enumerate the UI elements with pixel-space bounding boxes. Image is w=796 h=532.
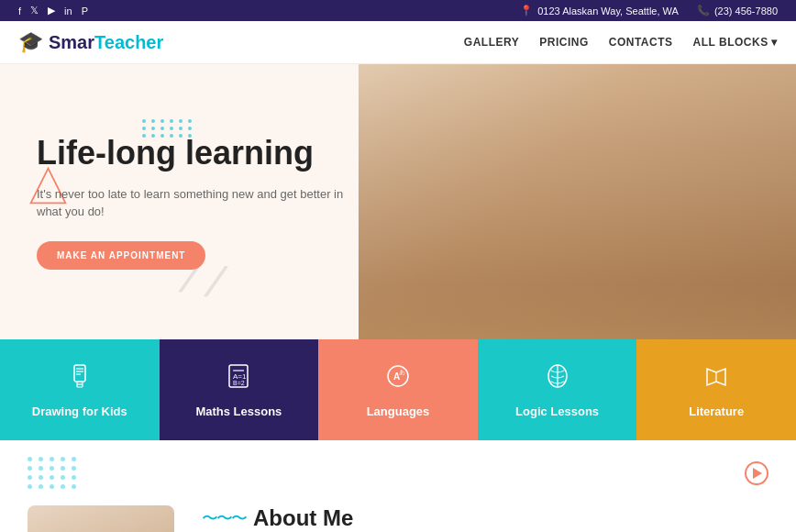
about-photo: [28, 505, 174, 532]
drawing-label: Drawing for Kids: [32, 405, 127, 418]
top-bar: f 𝕏 ▶ in P 📍 0123 Alaskan Way, Seattle, …: [0, 0, 796, 21]
appointment-button[interactable]: MAKE AN APPOINTMENT: [37, 241, 205, 270]
hero-subtitle: It's never too late to learn something n…: [37, 185, 348, 221]
teacher-portrait: [28, 505, 174, 532]
linkedin-icon[interactable]: in: [64, 6, 72, 17]
category-literature[interactable]: Literature: [636, 339, 796, 440]
svg-rect-1: [74, 365, 85, 382]
drawing-icon: [65, 361, 94, 397]
navbar: 🎓 SmarTeacher GALLERY PRICING CONTACTS A…: [0, 21, 796, 64]
phone-item: 📞 (23) 456-7880: [697, 5, 778, 17]
pinterest-icon[interactable]: P: [82, 6, 88, 17]
contact-info: 📍 0123 Alaskan Way, Seattle, WA 📞 (23) 4…: [520, 5, 778, 17]
social-links: f 𝕏 ▶ in P: [18, 5, 88, 17]
address-item: 📍 0123 Alaskan Way, Seattle, WA: [520, 5, 679, 17]
logic-icon: [543, 361, 572, 397]
category-maths[interactable]: A=1 B=2 Maths Lessons: [160, 339, 319, 440]
languages-label: Languages: [367, 405, 430, 418]
hero-section: / / Life-long learning It's never too la…: [0, 64, 796, 339]
about-section: 〜〜〜 About Me Teaching is my biggest pass…: [0, 505, 796, 532]
wave-decoration: 〜〜〜: [202, 507, 246, 529]
logo-text-teacher: Teacher: [94, 32, 163, 52]
nav-contacts[interactable]: CONTACTS: [609, 36, 673, 49]
twitter-icon[interactable]: 𝕏: [30, 5, 39, 17]
nav-pricing[interactable]: PRICING: [539, 36, 589, 49]
literature-label: Literature: [689, 405, 744, 418]
hero-image: [359, 64, 796, 339]
svg-text:B=2: B=2: [233, 380, 245, 386]
location-icon: 📍: [520, 5, 533, 17]
nav-menu: GALLERY PRICING CONTACTS ALL BLOCKS ▾: [464, 36, 778, 49]
categories-strip: Drawing for Kids A=1 B=2 Maths Lessons A…: [0, 339, 796, 440]
hero-content: Life-long learning It's never too late t…: [0, 97, 385, 305]
teacher-photo: [359, 64, 796, 339]
logo-text-smart: Smar: [49, 32, 94, 52]
literature-icon: [702, 361, 731, 397]
about-text: 〜〜〜 About Me Teaching is my biggest pass…: [202, 505, 768, 532]
nav-all-blocks[interactable]: ALL BLOCKS ▾: [693, 36, 778, 49]
category-logic[interactable]: Logic Lessons: [478, 339, 637, 440]
maths-icon: A=1 B=2: [224, 361, 253, 397]
play-button[interactable]: [745, 461, 768, 485]
nav-all-blocks-label: ALL BLOCKS ▾: [693, 36, 778, 49]
maths-label: Maths Lessons: [195, 405, 282, 418]
about-header: 〜〜〜 About Me: [202, 505, 768, 531]
nav-gallery[interactable]: GALLERY: [464, 36, 519, 49]
hero-title: Life-long learning: [37, 134, 348, 172]
category-drawing[interactable]: Drawing for Kids: [0, 339, 160, 440]
dots-play-section: [0, 440, 796, 505]
logo[interactable]: 🎓 SmarTeacher: [18, 30, 163, 54]
logo-icon: 🎓: [18, 30, 43, 54]
phone-icon: 📞: [697, 5, 710, 17]
logo-label: SmarTeacher: [49, 32, 163, 53]
dots-bottom-left: [28, 457, 78, 489]
about-title: About Me: [253, 505, 353, 531]
category-languages[interactable]: A あ Languages: [318, 339, 478, 440]
address-text: 0123 Alaskan Way, Seattle, WA: [537, 6, 679, 17]
phone-text: (23) 456-7880: [714, 6, 778, 17]
youtube-icon[interactable]: ▶: [48, 5, 55, 17]
languages-icon: A あ: [383, 361, 413, 397]
logic-label: Logic Lessons: [515, 405, 599, 418]
play-icon: [753, 468, 762, 479]
facebook-icon[interactable]: f: [18, 6, 21, 17]
svg-text:あ: あ: [399, 369, 405, 376]
